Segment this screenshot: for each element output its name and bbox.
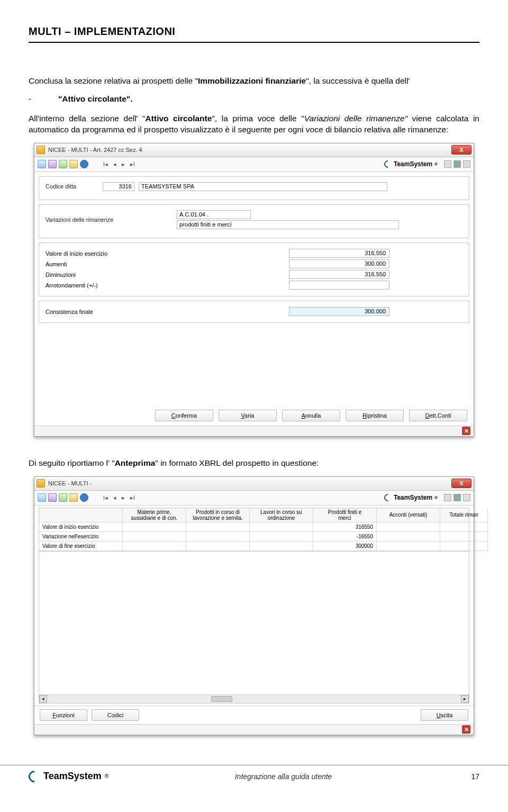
record-navigation[interactable]: І◂ ◂ ▸ ▸І [103, 161, 135, 168]
record-navigation-2[interactable]: І◂ ◂ ▸ ▸І [103, 494, 135, 501]
input-arrotondamenti[interactable] [289, 281, 389, 290]
toolbar-icon-1[interactable] [38, 160, 46, 168]
input-valore-inizio[interactable]: 316.550 [289, 249, 389, 258]
varia-button[interactable]: Varia [219, 410, 277, 421]
brand-logo-2: TeamSystem® [384, 494, 438, 501]
p2-t2: ", la prima voce delle " [212, 114, 304, 123]
window-titlebar-2: NICEE - MULTI - X [34, 477, 474, 491]
app-icon-2 [37, 479, 45, 488]
close-button[interactable]: X [451, 145, 471, 155]
paragraph-1: Conclusa la sezione relativa ai prospett… [29, 76, 479, 87]
toolbar2-icon-4[interactable] [69, 493, 78, 502]
p2-i1: Variazioni delle rimanenze" [304, 114, 407, 123]
funzioni-button[interactable]: Funzioni [40, 709, 87, 721]
toolbar2-icon-3[interactable] [59, 493, 67, 502]
input-ditta-name[interactable]: TEAMSYSTEM SPA [139, 182, 387, 191]
app-icon [37, 146, 45, 154]
horizontal-scrollbar[interactable]: ◂ ▸ [39, 694, 469, 703]
scroll-thumb[interactable] [211, 696, 232, 702]
nav-next-icon[interactable]: ▸ [122, 161, 125, 168]
nav2-prev-icon[interactable]: ◂ [113, 494, 116, 501]
bottom-button-bar: Funzioni Codici Uscita [34, 706, 474, 724]
status-bar: ✕ [34, 426, 474, 436]
th-acconti: Acconti (versati) [377, 508, 440, 522]
p2-b1: Attivo circolante [146, 114, 212, 123]
th-rowlabel [39, 508, 123, 522]
toolbar2-right-icon-1[interactable] [444, 494, 451, 501]
p3-b1: Anteprima [115, 458, 156, 467]
label-codice-ditta: Codice ditta [46, 183, 98, 190]
window-title: NICEE - MULTI - Art. 2427 cc Sez. 4 [48, 147, 142, 153]
row2-c1 [123, 532, 186, 542]
row1-c5 [377, 522, 440, 532]
p2-t1: All'interno della sezione dell' " [29, 114, 146, 123]
nav2-next-icon[interactable]: ▸ [122, 494, 125, 501]
toolbar: І◂ ◂ ▸ ▸І TeamSystem® [34, 157, 474, 172]
toolbar2-icon-2[interactable] [48, 493, 57, 502]
row2-label: Variazione nell'esercizio [39, 532, 123, 542]
table-row: Valore di fine esercizio 300000 [39, 542, 469, 551]
toolbar-icon-4[interactable] [69, 160, 78, 168]
toolbar-right-icon-3[interactable] [463, 160, 470, 168]
nav-first-icon[interactable]: І◂ [103, 161, 108, 168]
conferma-button[interactable]: CConfermaonferma [155, 410, 213, 421]
label-aumenti: Aumenti [46, 261, 289, 267]
panel-codice-ditta: Codice ditta 3316 TEAMSYSTEM SPA [39, 176, 469, 200]
annulla-button[interactable]: Annulla [282, 410, 340, 421]
ripristina-button[interactable]: Ripristina [346, 410, 404, 421]
input-descrizione-voce[interactable]: prodotti finiti e merci [177, 220, 399, 229]
statusbar-close-icon-2[interactable]: ✕ [462, 725, 470, 734]
close-button-2[interactable]: X [451, 479, 471, 488]
xbrl-table: Materie prime,sussidiarie e di con. Prod… [39, 508, 469, 552]
th-materie-prime: Materie prime,sussidiarie e di con. [123, 508, 186, 522]
row3-c6 [440, 542, 488, 551]
row3-label: Valore di fine esercizio [39, 542, 123, 551]
brand-glyph-icon [383, 159, 393, 169]
paragraph-2: All'interno della sezione dell' "Attivo … [29, 113, 479, 136]
input-codice-voce[interactable]: A.C.01.04 . [177, 210, 251, 219]
codici-button[interactable]: Codici [92, 709, 139, 721]
help-icon[interactable] [80, 160, 88, 168]
scroll-right-icon[interactable]: ▸ [461, 695, 469, 703]
row2-c2 [186, 532, 250, 542]
toolbar2-icon-1[interactable] [38, 493, 46, 502]
input-diminuzioni[interactable]: 316.550 [289, 270, 389, 279]
row1-c4: 316550 [313, 522, 377, 532]
row2-c5 [377, 532, 440, 542]
table-header-row: Materie prime,sussidiarie e di con. Prod… [39, 508, 469, 522]
footer-center-text: Integrazione alla guida utente [108, 772, 458, 781]
toolbar-icon-2[interactable] [48, 160, 57, 168]
form-button-bar: CConfermaonferma Varia Annulla Ripristin… [34, 407, 474, 426]
nav-last-icon[interactable]: ▸І [130, 161, 135, 168]
toolbar2-right-icon-2[interactable] [453, 494, 461, 501]
footer-page-number: 17 [458, 772, 479, 781]
toolbar-icon-3[interactable] [59, 160, 67, 168]
uscita-button[interactable]: Uscita [421, 709, 468, 721]
toolbar-right-icon-1[interactable] [444, 160, 451, 168]
panel-consistenza: Consistenza finale 300.000 [39, 301, 469, 323]
label-diminuzioni: Diminuzioni [46, 272, 289, 278]
table-row: Variazione nell'esercizio -16550 [39, 532, 469, 542]
row1-c1 [123, 522, 186, 532]
p3-t2: " in formato XBRL del prospetto in quest… [155, 458, 319, 467]
p1-bold: Immobilizzazioni finanziarie [198, 76, 306, 85]
nav2-first-icon[interactable]: І◂ [103, 494, 108, 501]
page-title: MULTI – IMPLEMENTAZIONI [29, 25, 479, 43]
scroll-left-icon[interactable]: ◂ [39, 695, 47, 703]
row3-c1 [123, 542, 186, 551]
nav-prev-icon[interactable]: ◂ [113, 161, 116, 168]
page-footer: TeamSystem® Integrazione alla guida uten… [0, 765, 508, 792]
help-icon-2[interactable] [80, 493, 88, 502]
input-codice-ditta[interactable]: 3316 [103, 182, 134, 191]
row2-c4: -16550 [313, 532, 377, 542]
nav2-last-icon[interactable]: ▸І [130, 494, 135, 501]
toolbar-right-icon-2[interactable] [453, 160, 461, 168]
statusbar-close-icon[interactable]: ✕ [462, 427, 470, 435]
input-aumenti[interactable]: 300.000 [289, 259, 389, 268]
row3-c5 [377, 542, 440, 551]
input-consistenza[interactable]: 300.000 [289, 307, 389, 316]
th-totale: Totale riman [440, 508, 488, 522]
toolbar2-right-icon-3[interactable] [463, 494, 470, 501]
bullet-dash: - [29, 94, 58, 104]
dettconti-button[interactable]: Dett.Conti [409, 410, 467, 421]
